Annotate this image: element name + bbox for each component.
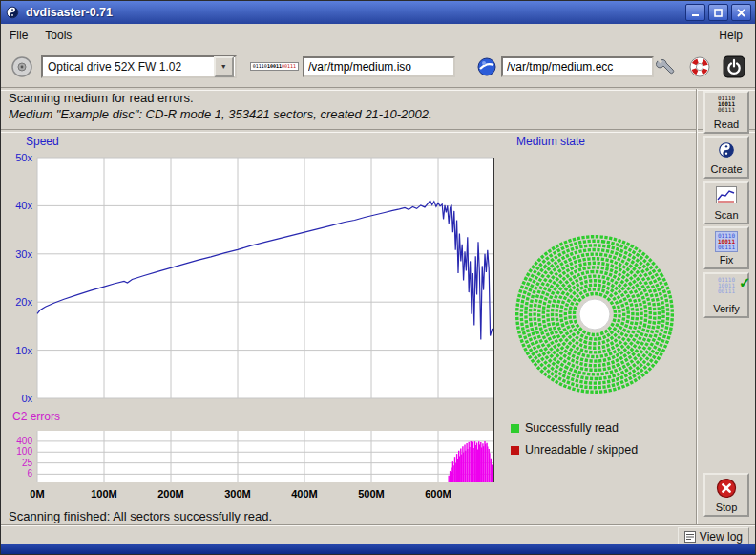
view-log-label: View log [700,530,743,544]
svg-text:400M: 400M [291,488,318,500]
window-title: dvdisaster-0.71 [26,6,113,19]
create-button-label: Create [710,163,742,175]
drive-icon [10,55,33,78]
svg-text:50x: 50x [15,152,32,163]
unreadable-label: Unreadable / skipped [525,443,638,457]
menu-file[interactable]: File [1,26,36,45]
image-icon-row: 00111 [282,64,296,69]
log-icon [684,531,696,543]
preferences-wrench-icon[interactable] [654,55,677,78]
image-file-icon: 01110 10011 00111 [250,62,299,71]
success-swatch [511,424,519,433]
scan-status-text: Scanning medium for read errors. [9,91,194,105]
window-frame-bottom [1,544,755,554]
svg-text:30x: 30x [15,248,32,260]
verify-button[interactable]: 01110 10011 00111 ✓ Verify [704,272,749,318]
stop-icon [705,478,747,499]
success-label: Successfully read [525,421,619,435]
speed-c2-chart: 0M100M200M300M400M500M600M0x10x20x30x40x… [5,152,514,509]
toolbar: Optical drive 52X FW 1.02 ▼ 01110 10011 … [1,46,755,87]
svg-text:25: 25 [22,458,33,468]
speed-chart-title: Speed [26,135,59,148]
quit-power-icon[interactable] [723,55,746,78]
fix-binary-icon: 01110 10011 00111 [705,231,747,252]
menu-tools[interactable]: Tools [36,26,80,45]
minimize-button[interactable] [685,4,705,21]
close-button[interactable] [731,4,751,21]
scan-button-label: Scan [714,209,738,221]
fix-button[interactable]: 01110 10011 00111 Fix [704,226,749,269]
medium-state-title: Medium state [516,135,585,148]
svg-text:6: 6 [27,468,32,479]
read-button[interactable]: 01110 10011 00111 Read [704,91,749,134]
stop-button-label: Stop [716,502,738,513]
medium-info-text: Medium "Example disc": CD-R mode 1, 3534… [9,107,432,121]
create-button[interactable]: Create [704,136,749,179]
binary-row: 00111 [718,245,735,250]
drive-select-value: Optical drive 52X FW 1.02 [43,60,214,74]
legend-row-unreadable: Unreadable / skipped [511,443,638,457]
verify-button-label: Verify [713,303,740,314]
read-binary-icon: 01110 10011 00111 [705,96,747,113]
c2-chart-title: C2 errors [12,410,60,423]
iso-path-input[interactable] [303,56,455,77]
create-yinyang-icon [705,140,747,160]
medium-state-panel: Medium state Successfully read Unreadabl… [509,135,698,509]
svg-text:100M: 100M [91,488,117,500]
app-logo-yinyang-icon [5,5,20,20]
legend-row-success: Successfully read [511,421,638,435]
help-lifering-icon[interactable] [688,55,711,78]
ecc-file-icon [476,56,497,77]
unreadable-swatch [511,446,519,455]
svg-text:0M: 0M [30,488,44,500]
svg-text:600M: 600M [425,488,452,500]
binary-row: 00111 [718,107,735,113]
svg-text:20x: 20x [15,296,32,308]
ecc-path-input[interactable] [501,56,654,77]
image-icon-row: 01110 [253,64,267,69]
read-button-label: Read [714,118,739,130]
chevron-down-icon[interactable]: ▼ [214,56,234,77]
scan-button[interactable]: Scan [704,181,749,224]
disc-visualization [509,228,681,400]
medium-state-legend: Successfully read Unreadable / skipped [511,421,638,465]
binary-row: 00111 [718,288,735,294]
menubar: File Tools Help [1,24,755,46]
svg-text:200M: 200M [158,488,184,500]
svg-text:400: 400 [16,436,32,446]
titlebar: dvdisaster-0.71 [1,1,755,24]
chart-panel: Speed 0M100M200M300M400M500M600M0x10x20x… [5,135,514,509]
action-sidebar: 01110 10011 00111 Read Create [696,89,756,524]
app-window: dvdisaster-0.71 File Tools Help [0,0,756,555]
svg-text:500M: 500M [358,488,385,500]
svg-text:10x: 10x [15,345,32,356]
svg-text:100: 100 [16,446,32,457]
maximize-button[interactable] [708,4,728,21]
finish-status-text: Scanning finished: All sectors successfu… [9,509,272,523]
svg-text:40x: 40x [15,200,32,211]
svg-text:300M: 300M [224,488,251,500]
image-icon-row: 10011 [267,64,282,69]
drive-select-combo[interactable]: Optical drive 52X FW 1.02 ▼ [41,55,237,78]
stop-button[interactable]: Stop [704,473,749,517]
verify-check-icon: 01110 10011 00111 ✓ [705,277,747,294]
check-glyph: ✓ [739,274,751,291]
fix-button-label: Fix [720,254,734,266]
scan-chart-icon [705,186,747,203]
svg-text:0x: 0x [21,393,32,404]
status-separator [1,129,755,133]
menu-help[interactable]: Help [710,26,751,45]
